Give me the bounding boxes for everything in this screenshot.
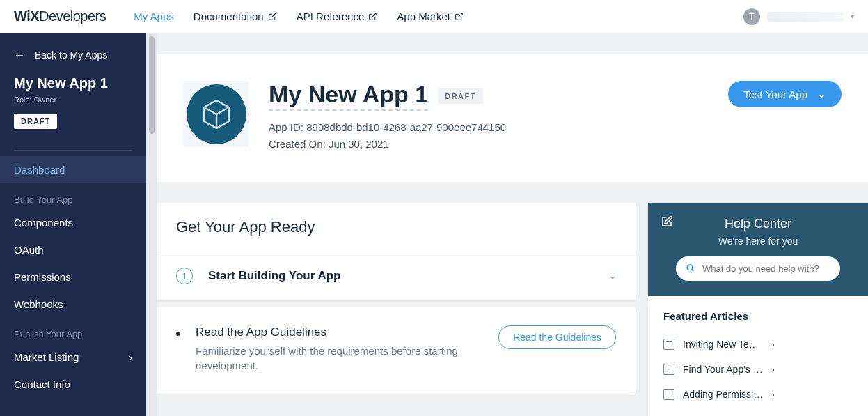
sidebar-item-oauth[interactable]: OAuth [0,236,146,263]
featured-heading: Featured Articles [663,310,853,322]
chevron-right-icon: › [772,340,853,348]
sidebar-item-dashboard[interactable]: Dashboard [0,156,146,183]
chevron-right-icon: › [129,351,132,363]
back-to-my-apps[interactable]: ← Back to My Apps [0,33,146,72]
sidebar-role: Role: Owner [14,95,132,104]
sidebar-item-webhooks[interactable]: Webhooks [0,291,146,318]
external-link-icon [268,12,277,21]
article-item[interactable]: Inviting New Team Members › [663,332,853,357]
chevron-right-icon: › [772,365,853,373]
nav-app-market[interactable]: App Market [397,10,464,22]
top-bar: WiXDevelopers My Apps Documentation API … [0,0,868,33]
main-content: My New App 1 DRAFT App ID: 8998dbdd-bd10… [157,33,868,416]
chevron-down-icon: ▾ [851,13,854,20]
document-icon [663,389,674,400]
nav-my-apps[interactable]: My Apps [134,10,174,22]
step-detail: Read the App Guidelines Familiarize your… [157,307,636,394]
app-id-text: App ID: 8998dbdd-bd10-4268-aa27-900eee74… [269,119,709,136]
arrow-left-icon: ← [14,49,25,61]
document-icon [663,364,674,375]
chevron-down-icon: ⌄ [609,271,616,281]
nav-documentation[interactable]: Documentation [194,10,277,22]
app-hero: My New App 1 DRAFT App ID: 8998dbdd-bd10… [157,54,868,182]
top-nav: My Apps Documentation API Reference App … [134,10,464,22]
get-ready-heading: Get Your App Ready [157,203,636,252]
page-title[interactable]: My New App 1 [269,81,428,111]
sidebar-draft-badge: DRAFT [14,114,57,129]
edit-icon[interactable] [661,215,673,231]
help-search-input[interactable] [676,256,840,281]
sidebar-item-permissions[interactable]: Permissions [0,263,146,291]
help-center-panel: Help Center We're here for you Featured … [648,203,868,416]
status-badge: DRAFT [438,88,483,104]
step-start-building[interactable]: 1 Start Building Your App ⌄ [157,252,636,300]
scrollbar[interactable] [146,33,157,416]
external-link-icon [368,12,377,21]
svg-point-0 [687,265,693,270]
help-subtitle: We're here for you [663,236,853,247]
test-your-app-button[interactable]: Test Your App ⌄ [728,81,842,107]
wix-logo[interactable]: WiXDevelopers [14,8,106,24]
read-guidelines-button[interactable]: Read the Guidelines [498,325,616,349]
detail-body: Familiarize yourself with the requiremen… [196,344,474,373]
bullet-icon [176,332,180,336]
document-icon [663,339,674,350]
cube-icon [200,98,233,131]
article-item[interactable]: Adding Permissions to Access User ... › [663,382,853,407]
sidebar-app-name: My New App 1 [14,75,132,91]
nav-api-reference[interactable]: API Reference [297,10,378,22]
created-on-text: Created On: Jun 30, 2021 [269,136,709,153]
chevron-down-icon: ⌄ [817,88,826,100]
sidebar-section-publish: Publish Your App [0,318,146,344]
chevron-right-icon: › [772,390,853,399]
account-menu[interactable]: T ▾ [743,8,854,25]
detail-title: Read the App Guidelines [196,325,474,339]
article-item[interactable]: Find Your App's Public Key › [663,357,853,382]
external-link-icon [455,12,464,21]
get-ready-panel: Get Your App Ready 1 Start Building Your… [157,203,636,300]
avatar: T [743,8,760,25]
sidebar-item-market-listing[interactable]: Market Listing› [0,344,146,371]
sidebar-item-components[interactable]: Components [0,209,146,236]
scrollbar-thumb[interactable] [149,36,155,134]
app-icon [183,81,249,147]
help-title: Help Center [663,217,853,231]
sidebar-app-header: My New App 1 Role: Owner DRAFT [0,72,146,141]
search-icon [686,263,695,275]
sidebar: ← Back to My Apps My New App 1 Role: Own… [0,33,146,416]
sidebar-section-build: Build Your App [0,183,146,209]
sidebar-item-contact-info[interactable]: Contact Info [0,371,146,398]
divider [14,150,132,151]
username-placeholder [767,12,844,22]
step-number: 1 [176,268,193,284]
